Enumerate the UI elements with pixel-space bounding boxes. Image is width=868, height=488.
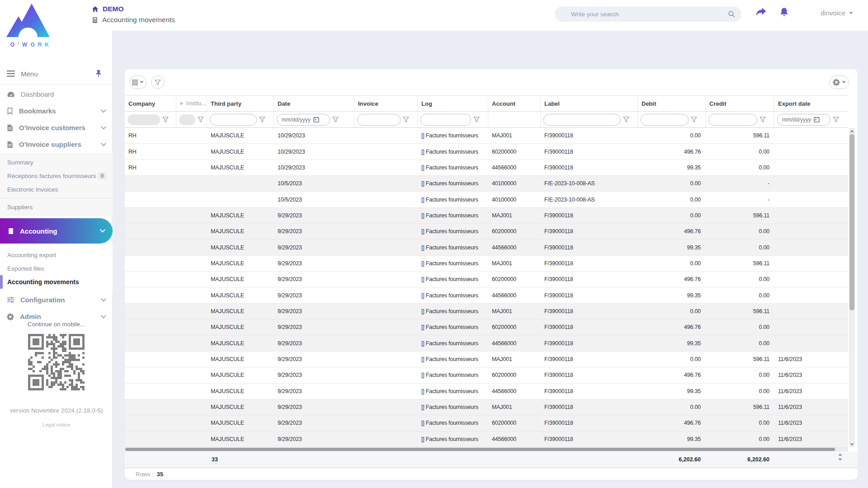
filter-input-label[interactable] xyxy=(543,114,621,126)
filter-input-invoice[interactable] xyxy=(357,114,401,126)
cell-institution xyxy=(176,367,207,383)
columns-chooser-button[interactable] xyxy=(129,75,146,89)
table-row[interactable]: RHMAJUSCULE10/29/2023[] Factures fournis… xyxy=(125,128,848,144)
table-settings-button[interactable] xyxy=(829,75,849,89)
sidebar-item-accounting-movements[interactable]: Accounting movements xyxy=(0,275,113,289)
filter-funnel-icon[interactable] xyxy=(403,117,409,122)
sidebar-item-dashboard[interactable]: Dashboard xyxy=(0,86,113,103)
filter-input-debit[interactable] xyxy=(641,114,689,126)
accounting-movements-table-card: CompanyInstitu...Third partyDateInvoiceL… xyxy=(125,69,858,480)
filter-funnel-icon[interactable] xyxy=(623,117,629,122)
column-header-invoice[interactable]: Invoice xyxy=(354,96,418,111)
table-row[interactable]: MAJUSCULE9/29/2023[] Factures fournisseu… xyxy=(125,287,848,303)
cell-label: F/39000118 xyxy=(541,415,638,431)
scroll-up-arrow-icon[interactable] xyxy=(838,453,842,456)
table-row[interactable]: MAJUSCULE9/29/2023[] Factures fournisseu… xyxy=(125,256,848,272)
table-row[interactable]: MAJUSCULE9/29/2023[] Factures fournisseu… xyxy=(125,367,848,383)
table-row[interactable]: MAJUSCULE9/29/2023[] Factures fournisseu… xyxy=(125,399,848,415)
share-button[interactable] xyxy=(755,7,767,17)
filter-input-log[interactable] xyxy=(420,114,471,126)
column-header-debit[interactable]: Debit xyxy=(638,96,706,111)
breadcrumb: DEMO Accounting movements xyxy=(92,4,175,25)
sidebar-menu-toggle[interactable]: Menu xyxy=(0,63,113,84)
sidebar-item-oinvoice-customers[interactable]: O'Invoice customers xyxy=(0,119,113,136)
expand-column-icon[interactable] xyxy=(180,101,184,106)
column-header-date[interactable]: Date xyxy=(274,96,354,111)
column-header-label[interactable]: Label xyxy=(541,96,638,111)
filter-funnel-icon[interactable] xyxy=(760,117,766,122)
cell-institution xyxy=(176,304,207,319)
column-header-label: Institu... xyxy=(186,100,206,107)
sidebar-item-configuration[interactable]: Configuration xyxy=(0,291,113,308)
table-row[interactable]: MAJUSCULE9/29/2023[] Factures fournisseu… xyxy=(125,208,848,224)
sidebar-item-label: Bookmarks xyxy=(19,107,101,115)
app-logo[interactable]: O'WORK xyxy=(6,4,56,52)
search-icon[interactable] xyxy=(728,10,735,18)
pin-icon[interactable] xyxy=(95,70,102,77)
filter-funnel-icon[interactable] xyxy=(198,117,204,122)
cell-institution xyxy=(176,432,207,447)
horizontal-scrollbar-thumb[interactable] xyxy=(125,448,835,451)
table-row[interactable]: RHMAJUSCULE10/29/2023[] Factures fournis… xyxy=(125,160,848,176)
cell-export_date xyxy=(774,335,848,351)
table-row[interactable]: MAJUSCULE9/29/2023[] Factures fournisseu… xyxy=(125,272,848,287)
cell-label: F/39000118 xyxy=(541,335,638,351)
sidebar-item-electronic-invoices[interactable]: Electronic Invoices xyxy=(0,183,113,196)
sidebar-item-receptions[interactable]: Réceptions factures fournisseurs 0 xyxy=(0,169,113,183)
scroll-up-arrow-icon[interactable] xyxy=(849,128,855,134)
table-row[interactable]: MAJUSCULE9/29/2023[] Factures fournisseu… xyxy=(125,224,848,239)
column-header-institution[interactable]: Institu... xyxy=(176,96,207,111)
column-header-credit[interactable]: Credit xyxy=(706,96,774,111)
filter-funnel-icon[interactable] xyxy=(259,117,265,122)
breadcrumb-demo[interactable]: DEMO xyxy=(103,5,124,13)
filter-input-credit[interactable] xyxy=(708,114,757,126)
scroll-down-arrow-icon[interactable] xyxy=(838,458,842,461)
cell-institution xyxy=(176,319,207,335)
table-row[interactable]: 10/5/2023[] Factures fournisseurs4010000… xyxy=(125,192,848,207)
table-row[interactable]: RHMAJUSCULE10/29/2023[] Factures fournis… xyxy=(125,144,848,160)
filter-button[interactable] xyxy=(151,75,165,89)
calendar-icon[interactable] xyxy=(313,117,319,122)
search-input[interactable] xyxy=(571,11,728,18)
table-row[interactable]: MAJUSCULE9/29/2023[] Factures fournisseu… xyxy=(125,432,848,447)
table-row[interactable]: MAJUSCULE9/29/2023[] Factures fournisseu… xyxy=(125,304,848,319)
sidebar-item-accounting-export[interactable]: Accounting export xyxy=(0,248,113,262)
column-header-company[interactable]: Company xyxy=(125,96,176,111)
table-row[interactable]: MAJUSCULE9/29/2023[] Factures fournisseu… xyxy=(125,319,848,335)
vertical-scrollbar[interactable] xyxy=(849,128,855,447)
sidebar-item-oinvoice-suppliers[interactable]: O'Invoice suppliers xyxy=(0,136,113,153)
table-row[interactable]: 10/5/2023[] Factures fournisseurs4010000… xyxy=(125,176,848,192)
user-menu[interactable]: dinvoice xyxy=(821,9,853,17)
column-header-third_party[interactable]: Third party xyxy=(207,96,274,111)
column-header-log[interactable]: Log xyxy=(418,96,488,111)
filter-funnel-icon[interactable] xyxy=(332,117,339,122)
sidebar-item-accounting[interactable]: Accounting xyxy=(0,218,113,244)
legal-notice-link[interactable]: Legal notice xyxy=(0,422,113,427)
sidebar-item-suppliers[interactable]: Suppliers xyxy=(0,200,113,214)
sidebar-item-bookmarks[interactable]: Bookmarks xyxy=(0,103,113,119)
filter-funnel-icon[interactable] xyxy=(473,117,480,122)
column-header-account[interactable]: Account xyxy=(488,96,541,111)
filter-funnel-icon[interactable] xyxy=(162,117,169,122)
table-row[interactable]: MAJUSCULE9/29/2023[] Factures fournisseu… xyxy=(125,415,848,431)
table-row[interactable]: MAJUSCULE9/29/2023[] Factures fournisseu… xyxy=(125,384,848,399)
menu-label: Menu xyxy=(21,70,95,78)
table-row[interactable]: MAJUSCULE9/29/2023[] Factures fournisseu… xyxy=(125,239,848,255)
filter-date-input-export_date[interactable]: mm/dd/yyyy xyxy=(777,114,830,126)
calendar-icon[interactable] xyxy=(814,117,820,122)
filter-funnel-icon[interactable] xyxy=(833,117,839,122)
horizontal-scrollbar[interactable] xyxy=(125,447,848,451)
sidebar-item-summary[interactable]: Summary xyxy=(0,155,113,169)
sidebar-item-exported-files[interactable]: Exported files xyxy=(0,262,113,275)
column-header-label: Company xyxy=(128,100,155,107)
search-bar[interactable] xyxy=(555,6,741,22)
table-row[interactable]: MAJUSCULE9/29/2023[] Factures fournisseu… xyxy=(125,352,848,367)
filter-funnel-icon[interactable] xyxy=(691,117,697,122)
column-header-export_date[interactable]: Export date xyxy=(774,96,848,111)
table-row[interactable]: MAJUSCULE9/29/2023[] Factures fournisseu… xyxy=(125,335,848,351)
vertical-scrollbar-thumb[interactable] xyxy=(849,134,854,310)
filter-date-input-date[interactable]: mm/dd/yyyy xyxy=(277,114,330,126)
notifications-bell-icon[interactable] xyxy=(779,7,789,18)
scroll-down-arrow-icon[interactable] xyxy=(849,441,855,447)
filter-input-third_party[interactable] xyxy=(210,114,257,126)
